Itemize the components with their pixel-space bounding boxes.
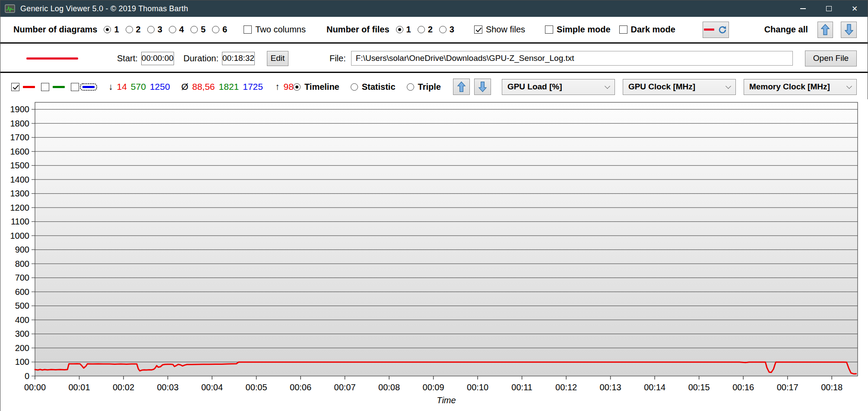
min-value-1: 14 [117, 82, 127, 92]
diagram-move-up-button[interactable] [453, 79, 470, 95]
change-all-up-button[interactable] [817, 22, 833, 38]
svg-text:1500: 1500 [10, 161, 30, 170]
series2-line-swatch [53, 86, 65, 88]
average-icon: Ø [181, 82, 188, 92]
svg-text:800: 800 [15, 259, 29, 269]
diagrams-radio-6-label: 6 [222, 25, 227, 35]
start-label: Start: [117, 54, 138, 63]
number-of-diagrams-label: Number of diagrams [13, 25, 97, 35]
svg-text:00:02: 00:02 [113, 383, 134, 392]
svg-text:00:11: 00:11 [511, 383, 532, 392]
diagrams-radio-3[interactable] [147, 26, 155, 33]
show-files-checkbox[interactable] [474, 25, 482, 34]
dark-mode-checkbox[interactable] [619, 25, 627, 34]
up-arrow-icon [821, 24, 830, 35]
triple-radio[interactable] [407, 83, 414, 91]
diagrams-radio-4-label: 4 [179, 25, 184, 35]
min-value-2: 570 [131, 82, 146, 92]
svg-text:00:13: 00:13 [600, 383, 621, 392]
metric-select-1-value: GPU Load [%] [507, 82, 562, 92]
avg-value-2: 1821 [219, 82, 239, 92]
svg-text:400: 400 [15, 315, 29, 325]
diagrams-radio-1-label: 1 [114, 25, 119, 35]
open-file-button[interactable]: Open File [805, 51, 857, 66]
svg-text:900: 900 [15, 245, 29, 254]
svg-text:1400: 1400 [10, 175, 30, 184]
min-stats: ↓ 14 570 1250 [108, 82, 170, 92]
diagrams-radio-5-label: 5 [201, 25, 206, 35]
duration-label: Duration: [184, 54, 219, 63]
svg-text:00:03: 00:03 [157, 383, 179, 392]
refresh-icon [718, 25, 727, 35]
svg-text:00:18: 00:18 [821, 383, 843, 392]
svg-text:Time: Time [437, 395, 456, 405]
metric-select-1[interactable]: GPU Load [%] [502, 79, 615, 95]
svg-text:00:01: 00:01 [68, 383, 90, 392]
timeline-radio[interactable] [293, 83, 301, 91]
svg-text:1600: 1600 [10, 147, 30, 156]
avg-value-3: 1725 [243, 82, 263, 92]
svg-text:1200: 1200 [10, 203, 30, 212]
minimize-button[interactable] [790, 0, 816, 17]
statistic-label: Statistic [362, 82, 396, 92]
files-radio-1[interactable] [396, 26, 403, 33]
red-line-icon [704, 28, 714, 31]
svg-text:1300: 1300 [10, 189, 30, 198]
minimize-icon [800, 8, 806, 9]
up-arrow-icon [457, 81, 466, 92]
diagrams-radio-2[interactable] [126, 26, 133, 33]
svg-text:00:00: 00:00 [24, 383, 46, 392]
metric-select-2-value: GPU Clock [MHz] [628, 82, 695, 92]
maximize-icon [826, 6, 832, 11]
diagrams-radio-2-label: 2 [136, 25, 141, 35]
titlebar: Generic Log Viewer 5.0 - © 2019 Thomas B… [0, 0, 868, 17]
file-line-sample [26, 57, 78, 60]
two-columns-checkbox[interactable] [244, 25, 252, 34]
metric-select-2[interactable]: GPU Clock [MHz] [623, 79, 736, 95]
min-value-3: 1250 [150, 82, 170, 92]
svg-text:1700: 1700 [10, 133, 30, 142]
timeline-chart-panel: 0100200300400500600700800900100011001200… [0, 99, 868, 411]
diagrams-radio-6[interactable] [212, 26, 219, 33]
series2-checkbox[interactable] [41, 83, 49, 91]
reset-line-color-button[interactable] [703, 22, 729, 38]
svg-text:00:17: 00:17 [777, 383, 798, 392]
chevron-down-icon [605, 83, 610, 89]
statistic-radio[interactable] [351, 83, 358, 91]
max-stats: ↑ 98 [275, 82, 296, 92]
svg-text:00:14: 00:14 [644, 383, 665, 392]
diagrams-radio-4[interactable] [169, 26, 176, 33]
series1-line-swatch [23, 86, 35, 88]
simple-mode-label: Simple mode [557, 25, 610, 35]
svg-text:00:06: 00:06 [290, 383, 311, 392]
series1-checkbox[interactable] [11, 83, 19, 91]
file-label: File: [329, 54, 346, 63]
min-icon: ↓ [108, 82, 113, 92]
file-path-input[interactable] [351, 51, 793, 66]
files-radio-1-label: 1 [406, 25, 411, 35]
files-radio-2[interactable] [418, 26, 425, 33]
svg-text:300: 300 [15, 329, 29, 338]
close-button[interactable]: ✕ [842, 0, 868, 17]
duration-input[interactable] [222, 52, 255, 65]
metric-select-3-value: Memory Clock [MHz] [749, 82, 830, 92]
diagram-move-down-button[interactable] [474, 79, 491, 95]
change-all-down-button[interactable] [841, 22, 857, 38]
svg-text:1800: 1800 [10, 119, 30, 128]
edit-button[interactable]: Edit [267, 51, 288, 66]
maximize-button[interactable] [816, 0, 842, 17]
timeline-chart[interactable]: 0100200300400500600700800900100011001200… [0, 99, 868, 411]
metric-select-3[interactable]: Memory Clock [MHz] [744, 79, 857, 95]
number-of-files-label: Number of files [326, 25, 390, 35]
simple-mode-checkbox[interactable] [545, 25, 553, 34]
start-time-input[interactable] [141, 52, 174, 65]
series3-checkbox[interactable] [71, 83, 79, 91]
down-arrow-icon [478, 81, 487, 92]
diagrams-radio-5[interactable] [190, 26, 198, 33]
triple-label: Triple [418, 82, 441, 92]
files-radio-3[interactable] [439, 26, 447, 33]
diagrams-radio-1[interactable] [104, 26, 111, 33]
files-radio-2-label: 2 [428, 25, 433, 35]
chart-controls: ↓ 14 570 1250 Ø 88,56 1821 1725 ↑ 98 Tim… [0, 74, 868, 99]
timeline-label: Timeline [304, 82, 339, 92]
